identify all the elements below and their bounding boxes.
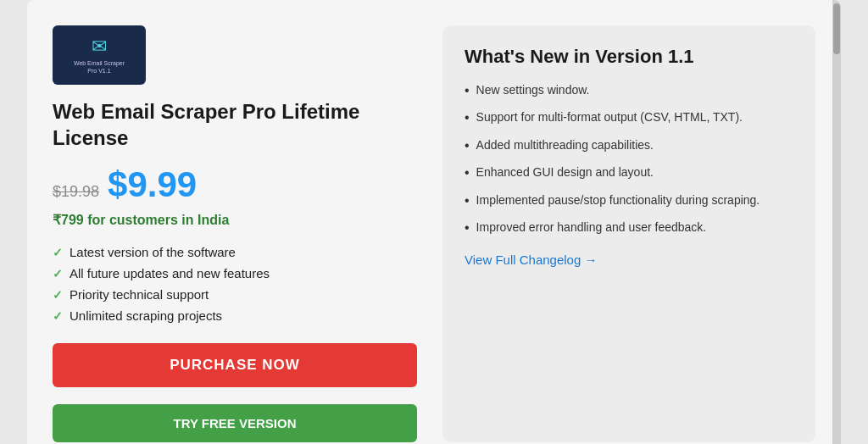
product-logo: ✉ Web Email Scraper Pro V1.1 [53,25,146,85]
logo-icon: ✉ [92,36,107,58]
bullet-icon: • [465,191,470,210]
list-item: • Implemented pause/stop functionality d… [465,191,793,210]
product-title: Web Email Scraper Pro Lifetime License [53,98,417,151]
check-icon: ✓ [53,309,63,323]
left-panel: ✉ Web Email Scraper Pro V1.1 Web Email S… [53,25,417,442]
india-price: ₹799 for customers in India [53,212,417,228]
price-row: $19.98 $9.99 [53,164,417,205]
features-list: ✓ Latest version of the software ✓ All f… [53,245,417,323]
check-icon: ✓ [53,267,63,280]
scrollbar[interactable] [832,0,841,444]
price-old: $19.98 [53,183,99,201]
list-item: ✓ All future updates and new features [53,266,417,280]
list-item: ✓ Priority technical support [53,287,417,302]
list-item: • Enhanced GUI design and layout. [465,164,793,182]
list-item: • Added multithreading capabilities. [465,136,793,155]
bullet-icon: • [465,136,470,155]
right-panel: What's New in Version 1.1 • New settings… [442,25,815,442]
changelog-list: • New settings window. • Support for mul… [465,81,793,237]
bullet-icon: • [465,219,470,237]
whats-new-title: What's New in Version 1.1 [465,46,793,68]
check-icon: ✓ [53,246,63,259]
check-icon: ✓ [53,288,63,302]
bullet-icon: • [465,108,470,127]
price-new: $9.99 [108,164,197,205]
logo-text: Web Email Scraper Pro V1.1 [74,59,125,75]
purchase-button[interactable]: PURCHASE NOW [53,343,417,387]
free-version-button[interactable]: TRY FREE VERSION [53,404,417,442]
whats-new-card: What's New in Version 1.1 • New settings… [442,25,815,442]
scrollbar-thumb [833,3,840,54]
bullet-icon: • [465,164,470,182]
list-item: ✓ Latest version of the software [53,245,417,259]
list-item: • New settings window. [465,81,793,100]
list-item: • Support for multi-format output (CSV, … [465,108,793,127]
list-item: ✓ Unlimited scraping projects [53,308,417,323]
list-item: • Improved error handling and user feedb… [465,219,793,237]
view-changelog-link[interactable]: View Full Changelog → [465,253,597,267]
page-wrapper: ✉ Web Email Scraper Pro V1.1 Web Email S… [27,0,841,444]
bullet-icon: • [465,81,470,100]
